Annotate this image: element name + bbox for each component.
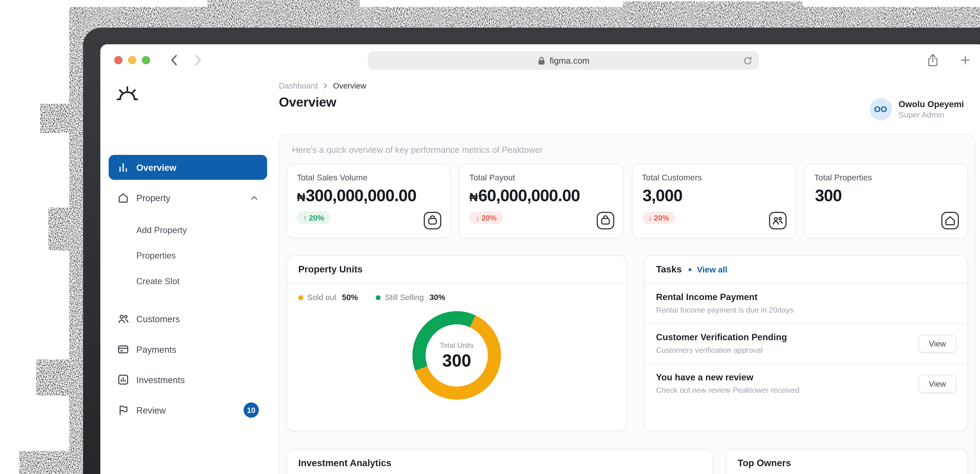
main-content: Here's a quick overview of key performan…	[277, 134, 980, 474]
property-submenu: Add Property Properties Create Slot	[108, 216, 267, 298]
new-tab-icon[interactable]	[960, 55, 971, 66]
view-all-link[interactable]: View all	[697, 265, 727, 274]
sub-item-label: Add Property	[137, 225, 187, 235]
user-role: Super Admin	[899, 111, 964, 119]
sidebar-item-label: Property	[137, 193, 170, 203]
investment-analytics-card: Investment Analytics	[286, 449, 713, 474]
sub-item-label: Create Slot	[137, 276, 180, 286]
property-units-title: Property Units	[287, 256, 626, 284]
legend-dot-sold-out	[298, 295, 303, 300]
stat-cards-row: Total Sales Volume ₦ 300,000,000.00 ↑20%	[286, 164, 968, 239]
sidebar-item-create-slot[interactable]: Create Slot	[137, 268, 267, 294]
sidebar: Overview Property	[100, 134, 277, 474]
breadcrumb-current: Overview	[333, 82, 366, 90]
overview-panel: Here's a quick overview of key performan…	[279, 134, 976, 474]
chevron-right-icon	[323, 82, 328, 89]
property-units-card: Property Units Sold out 50%	[286, 255, 627, 431]
trend-badge: ↓20%	[469, 212, 503, 224]
browser-nav	[170, 54, 203, 67]
chevron-up-icon[interactable]	[250, 193, 259, 202]
sidebar-item-label: Overview	[137, 162, 177, 173]
app-logo[interactable]	[100, 76, 277, 134]
home-icon	[117, 192, 130, 204]
tasks-header: Tasks View all	[645, 256, 967, 284]
stat-card-total-properties: Total Properties 300	[804, 164, 968, 239]
stat-value: 300	[815, 186, 958, 206]
sidebar-item-overview[interactable]: Overview	[108, 155, 267, 180]
legend-dot-still-selling	[376, 295, 381, 300]
sidebar-item-label: Review	[137, 405, 166, 415]
home-icon	[941, 212, 959, 230]
sidebar-item-payments[interactable]: Payments	[108, 337, 267, 361]
top-owners-title: Top Owners	[727, 450, 967, 474]
wallet-icon	[424, 212, 442, 230]
bar-chart-icon	[117, 161, 130, 174]
stat-label: Total Payout	[469, 173, 613, 182]
users-icon	[117, 312, 130, 325]
task-item-rental-income[interactable]: Rental Income Payment Rental Income paym…	[645, 284, 967, 324]
legend-item-sold-out: Sold out 50%	[298, 293, 358, 301]
top-owners-card: Top Owners	[726, 449, 968, 474]
avatar: OO	[869, 98, 892, 120]
sidebar-item-review[interactable]: Review 10	[108, 398, 267, 422]
user-name: Owolu Opeyemi	[899, 100, 964, 109]
share-icon[interactable]	[926, 53, 939, 67]
flag-icon	[117, 404, 130, 417]
task-item-customer-verification[interactable]: Customer Verification Pending Customers …	[645, 323, 967, 364]
sidebar-item-label: Investments	[137, 374, 185, 385]
stat-value: ₦ 60,000,000.00	[469, 186, 613, 206]
browser-actions	[926, 53, 971, 67]
sunrise-logo-icon	[114, 84, 140, 105]
currency-symbol: ₦	[297, 191, 305, 205]
currency-symbol: ₦	[469, 191, 478, 205]
browser-window: figma.com	[100, 44, 980, 474]
donut-legend: Sold out 50% Still Selling 30%	[287, 284, 626, 302]
bottom-row: Investment Analytics Top Owners	[286, 449, 968, 474]
stat-value: ₦ 300,000,000.00	[297, 186, 441, 206]
card-icon	[117, 343, 130, 355]
stat-value: 3,000	[642, 186, 785, 206]
traffic-lights	[114, 56, 150, 64]
refresh-icon[interactable]	[743, 55, 752, 65]
stat-card-total-sales-volume: Total Sales Volume ₦ 300,000,000.00 ↑20%	[286, 164, 451, 239]
legend-item-still-selling: Still Selling 30%	[376, 293, 445, 301]
view-button[interactable]: View	[918, 334, 956, 352]
lock-icon	[537, 55, 545, 65]
forward-button[interactable]	[194, 54, 203, 67]
sidebar-item-properties[interactable]: Properties	[137, 243, 267, 268]
back-button[interactable]	[170, 54, 178, 67]
donut-center: Total Units 300	[425, 324, 488, 387]
trend-badge: ↑20%	[297, 212, 331, 224]
wallet-icon	[596, 212, 614, 230]
stat-label: Total Sales Volume	[297, 173, 441, 182]
review-count-badge: 10	[243, 403, 259, 418]
screenshot-stage: figma.com	[0, 0, 980, 474]
breadcrumb-root[interactable]: Dashboard	[279, 82, 318, 90]
tasks-card: Tasks View all Rental Income Payment Ren…	[644, 255, 968, 431]
address-bar[interactable]: figma.com	[368, 51, 759, 70]
stat-label: Total Properties	[815, 173, 958, 182]
dashboard-app: Dashboard Overview Overview OO Owolu Ope…	[100, 76, 980, 474]
sidebar-item-investments[interactable]: Investments	[108, 367, 267, 392]
minimize-window-button[interactable]	[128, 56, 136, 64]
page-header: Dashboard Overview Overview OO Owolu Ope…	[277, 76, 980, 134]
url-text: figma.com	[550, 55, 590, 65]
breadcrumb: Dashboard Overview	[279, 82, 366, 90]
view-button[interactable]: View	[918, 374, 956, 393]
sidebar-item-customers[interactable]: Customers	[108, 306, 267, 331]
user-menu[interactable]: OO Owolu Opeyemi Super Admin	[869, 84, 964, 134]
sidebar-item-property[interactable]: Property	[108, 185, 267, 210]
property-units-donut: Total Units 300	[412, 311, 501, 400]
investment-analytics-title: Investment Analytics	[287, 450, 713, 474]
task-item-new-review[interactable]: You have a new review Check out new revi…	[645, 364, 967, 403]
zoom-window-button[interactable]	[142, 56, 150, 64]
stat-card-total-customers: Total Customers 3,000 ↓20%	[632, 164, 796, 239]
stat-label: Total Customers	[642, 173, 785, 182]
donut-chart-area: Total Units 300	[287, 311, 626, 400]
sidebar-item-add-property[interactable]: Add Property	[137, 217, 267, 243]
close-window-button[interactable]	[114, 56, 123, 64]
middle-row: Property Units Sold out 50%	[286, 255, 968, 431]
chart-box-icon	[117, 374, 130, 386]
tasks-title: Tasks	[656, 264, 682, 274]
users-group-icon	[769, 212, 787, 230]
